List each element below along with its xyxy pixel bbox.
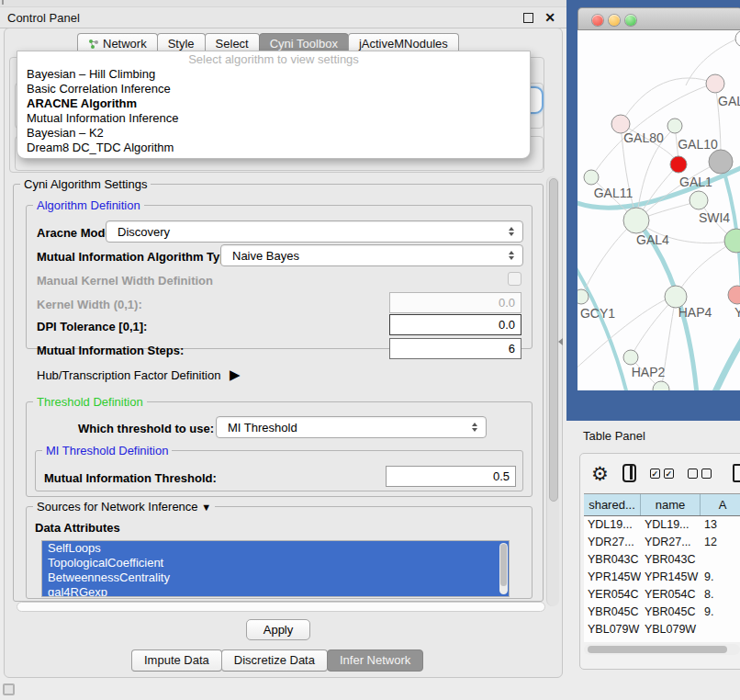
scrollbar-thumb[interactable] <box>549 178 558 502</box>
network-edge[interactable] <box>713 333 740 390</box>
node-label: GAL80 <box>623 130 664 145</box>
table-cell: YBR045C <box>584 604 641 621</box>
aracne-mode-combo[interactable]: Discovery <box>106 220 523 243</box>
table-row[interactable]: YPR145WYPR145W9. <box>584 569 740 586</box>
screen: Control Panel ✕ NetworkStyleSelectCyni T… <box>0 0 740 700</box>
list-item[interactable]: TopologicalCoefficient <box>42 556 509 570</box>
network-node[interactable] <box>584 170 599 185</box>
tab-label: Cyni Toolbox <box>270 37 338 51</box>
table-cell: YBR045C <box>641 604 701 621</box>
float-window-icon[interactable] <box>523 13 533 23</box>
table-toolbar: ⚙ ✓✓ <box>580 454 740 492</box>
network-node[interactable] <box>653 381 669 390</box>
table-row[interactable]: YDR27...YDR27...12 <box>584 534 740 551</box>
tab-label: Select <box>216 37 249 51</box>
menu-item[interactable]: Bayesian – Hill Climbing <box>17 67 530 82</box>
top-strip <box>0 0 566 7</box>
network-node[interactable] <box>623 350 638 365</box>
table-row[interactable]: YER054CYER054C8. <box>584 586 740 604</box>
bottom-tabs: Impute DataDiscretize DataInfer Network <box>131 649 422 672</box>
deselect-all-checkboxes-icon[interactable] <box>688 469 712 479</box>
node-label: GAL10 <box>678 137 718 152</box>
network-node[interactable] <box>735 30 740 47</box>
table-cell <box>701 621 740 638</box>
network-node[interactable] <box>724 229 740 253</box>
list-scrollbar[interactable] <box>499 543 508 594</box>
network-window-titlebar[interactable] <box>577 7 740 30</box>
network-canvas[interactable]: GALGAL80GAL10GAL1GAL11SWI4GAL4GCY1HAP4YH… <box>577 30 740 390</box>
algorithm-menu-list: Bayesian – Hill ClimbingBasic Correlatio… <box>17 67 530 155</box>
column-header[interactable]: shared... <box>584 494 641 515</box>
node-label: HAP4 <box>678 305 712 320</box>
node-label: Y <box>734 305 740 320</box>
which-threshold-combo[interactable]: MI Threshold <box>216 416 487 438</box>
algorithm-dropdown-popup: Select algorithm to view settings Bayesi… <box>17 51 531 159</box>
mac-minimize-icon[interactable] <box>609 15 620 26</box>
menu-item[interactable]: Bayesian – K2 <box>17 126 530 141</box>
settings-vertical-scrollbar[interactable] <box>546 176 559 606</box>
manual-kernel-checkbox[interactable] <box>508 272 521 286</box>
network-edge[interactable] <box>577 262 627 390</box>
dpi-tolerance-field[interactable]: 0.0 <box>389 314 521 335</box>
sources-title: Sources for Network Inference <box>37 500 198 514</box>
hub-section-toggle[interactable]: Hub/Transcription Factor Definition ▶ <box>37 367 241 383</box>
table-row[interactable]: YLR345WYLR345W9. <box>584 638 740 642</box>
menu-item[interactable]: Mutual Information Inference <box>17 111 530 126</box>
columns-icon[interactable] <box>622 464 636 482</box>
document-icon[interactable] <box>733 464 740 482</box>
close-icon[interactable]: ✕ <box>544 10 555 25</box>
tab-label: Network <box>103 37 147 51</box>
which-threshold-value: MI Threshold <box>228 421 297 435</box>
sources-toggle[interactable]: Sources for Network Inference ▼ <box>33 500 215 514</box>
column-header[interactable]: name <box>641 494 701 515</box>
list-item[interactable]: gal4RGexp <box>42 585 509 597</box>
mi-threshold-field[interactable]: 0.5 <box>386 466 516 487</box>
table-row[interactable]: YBR045CYBR045C9. <box>584 604 740 621</box>
table-horizontal-scrollbar[interactable] <box>584 644 740 655</box>
table-cell <box>701 551 740 569</box>
table-row[interactable]: YDL19...YDL19...13 <box>584 516 740 534</box>
collapsed-panel-icon[interactable] <box>3 683 15 695</box>
apply-button[interactable]: Apply <box>246 619 310 640</box>
mac-close-icon[interactable] <box>592 15 603 26</box>
collapse-down-icon[interactable]: ▼ <box>201 502 211 513</box>
panel-divider-handle[interactable] <box>558 338 563 345</box>
menu-item[interactable]: ARACNE Algorithm <box>17 96 530 111</box>
dpi-tolerance-label: DPI Tolerance [0,1]: <box>37 320 147 333</box>
mi-steps-field[interactable]: 6 <box>389 338 521 359</box>
select-all-checkboxes-icon[interactable]: ✓✓ <box>650 469 674 479</box>
column-header[interactable]: A <box>701 494 740 515</box>
network-node[interactable] <box>623 208 649 233</box>
network-node[interactable] <box>670 156 687 173</box>
network-edge[interactable] <box>581 227 629 297</box>
table-cell: 13 <box>701 516 740 534</box>
mac-zoom-icon[interactable] <box>625 15 636 26</box>
list-item[interactable]: SelfLoops <box>42 541 509 556</box>
mi-threshold-definition-title: MI Threshold Definition <box>42 444 172 457</box>
scrollbar-thumb[interactable] <box>588 646 727 653</box>
menu-item[interactable]: Dream8 DC_TDC Algorithm <box>17 141 530 155</box>
list-item[interactable]: BetweennessCentrality <box>42 570 509 585</box>
network-node[interactable] <box>728 286 740 304</box>
node-label: HAP2 <box>632 365 666 379</box>
table-row[interactable]: YBL079WYBL079W <box>584 621 740 638</box>
tab-impute-data[interactable]: Impute Data <box>131 649 222 672</box>
expand-right-icon[interactable]: ▶ <box>230 367 241 382</box>
network-node[interactable] <box>709 150 733 174</box>
tab-infer-network[interactable]: Infer Network <box>327 649 423 672</box>
settings-horizontal-scrollbar[interactable] <box>17 602 545 612</box>
scrollbar-thumb[interactable] <box>500 544 507 586</box>
table-row[interactable]: YBR043CYBR043C <box>584 551 740 569</box>
kernel-width-field[interactable]: 0.0 <box>389 292 521 313</box>
gear-icon[interactable]: ⚙ <box>591 464 609 483</box>
network-node[interactable] <box>577 289 589 304</box>
table-panel-box: ⚙ ✓✓ shared...nameA YDL19...YDL19...13YD… <box>579 453 740 670</box>
network-node[interactable] <box>667 119 682 133</box>
network-node[interactable] <box>690 191 708 209</box>
mi-algorithm-type-combo[interactable]: Naive Bayes <box>220 244 523 266</box>
network-edge[interactable] <box>621 78 715 124</box>
tab-discretize-data[interactable]: Discretize Data <box>221 649 328 672</box>
network-node[interactable] <box>706 74 724 93</box>
table-cell: YER054C <box>641 586 701 604</box>
menu-item[interactable]: Basic Correlation Inference <box>17 82 530 96</box>
